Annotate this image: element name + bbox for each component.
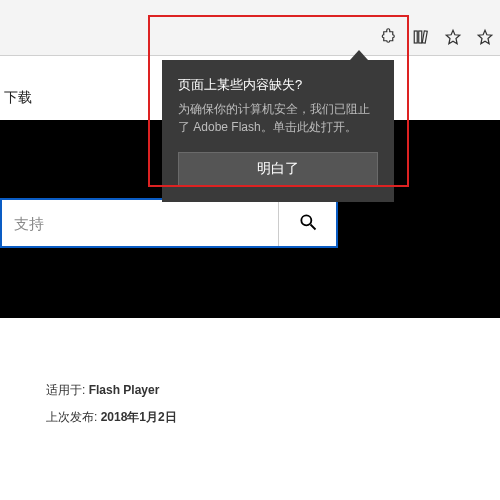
page-area: 下载 页面上某些内容缺失? 为确保你的计算机安全，我们已阻止了 Adobe Fl… xyxy=(0,56,500,500)
applies-to-line: 适用于: Flash Player xyxy=(46,382,177,399)
applies-to-value: Flash Player xyxy=(89,383,160,397)
published-label: 上次发布: xyxy=(46,410,101,424)
published-line: 上次发布: 2018年1月2日 xyxy=(46,409,177,426)
popup-title: 页面上某些内容缺失? xyxy=(178,76,378,94)
star-icon[interactable] xyxy=(444,28,462,46)
svg-rect-1 xyxy=(419,31,422,43)
popup-body[interactable]: 为确保你的计算机安全，我们已阻止了 Adobe Flash。单击此处打开。 xyxy=(178,100,378,136)
published-value: 2018年1月2日 xyxy=(101,410,177,424)
svg-rect-2 xyxy=(422,31,427,43)
info-block: 适用于: Flash Player 上次发布: 2018年1月2日 xyxy=(46,382,177,436)
toolbar-icons xyxy=(380,28,494,46)
flash-blocked-popup: 页面上某些内容缺失? 为确保你的计算机安全，我们已阻止了 Adobe Flash… xyxy=(162,60,394,202)
svg-point-3 xyxy=(301,215,311,225)
svg-line-4 xyxy=(310,224,315,229)
nav-downloads[interactable]: 下载 xyxy=(0,89,36,107)
library-icon[interactable] xyxy=(412,28,430,46)
svg-rect-0 xyxy=(414,31,417,43)
browser-chrome xyxy=(0,0,500,56)
search-wrap xyxy=(0,198,338,248)
applies-to-label: 适用于: xyxy=(46,383,89,397)
search-button[interactable] xyxy=(278,200,336,246)
star-icon-2[interactable] xyxy=(476,28,494,46)
extension-icon[interactable] xyxy=(380,28,398,46)
search-icon xyxy=(298,212,318,235)
search-input[interactable] xyxy=(2,200,278,246)
popup-confirm-button[interactable]: 明白了 xyxy=(178,152,378,186)
